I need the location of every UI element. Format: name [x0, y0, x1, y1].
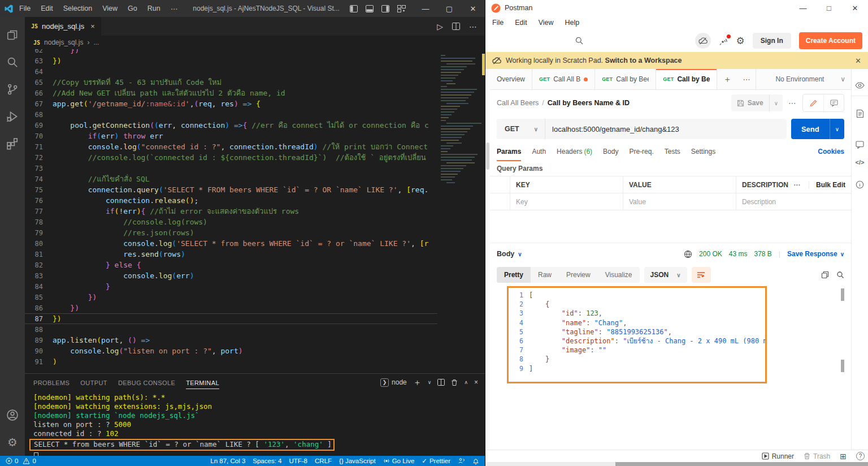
status-golive[interactable]: Go Live: [383, 458, 415, 464]
value-input[interactable]: Value: [623, 193, 736, 210]
request-tab-0[interactable]: Overview: [490, 69, 532, 89]
menu-[interactable]: ⋯: [166, 5, 183, 13]
response-scrollbar-thumb[interactable]: [841, 288, 844, 301]
code-line[interactable]: 83 console.log(err): [25, 270, 437, 281]
close-icon[interactable]: ✕: [842, 4, 868, 12]
key-input[interactable]: Key: [510, 193, 623, 210]
split-terminal-icon[interactable]: [437, 379, 445, 386]
code-line[interactable]: 75 connection.query('SELECT * FROM beers…: [25, 184, 437, 195]
horizontal-scrollbar[interactable]: [485, 462, 868, 466]
minimize-icon[interactable]: —: [414, 5, 437, 13]
config-tab-params[interactable]: Params: [497, 142, 521, 161]
shell-selector[interactable]: ❯ node: [380, 378, 407, 387]
panel-tab-problems[interactable]: PROBLEMS: [33, 376, 70, 389]
code-line[interactable]: 73: [25, 163, 437, 174]
new-tab-icon[interactable]: ＋: [717, 69, 737, 89]
code-line[interactable]: 87}): [25, 313, 437, 324]
tab-close-icon[interactable]: ×: [90, 22, 95, 31]
help-icon[interactable]: ?: [856, 452, 865, 460]
run-debug-icon[interactable]: [0, 103, 25, 130]
code-line[interactable]: 77 if(!err){ //ถ้าไม่ error จะแสดงค่าของ…: [25, 206, 437, 217]
toggle-secondary-sidebar-icon[interactable]: [381, 5, 389, 12]
cookies-link[interactable]: Cookies: [818, 148, 844, 156]
code-line[interactable]: 76 connection.release();: [25, 195, 437, 206]
problems-indicator[interactable]: 0 0: [6, 458, 36, 464]
close-icon[interactable]: ✕: [461, 5, 485, 13]
menu-help[interactable]: Help: [565, 19, 580, 27]
status-prettier[interactable]: ✓ Prettier: [422, 457, 450, 465]
view-tab-visualize[interactable]: Visualize: [598, 267, 640, 283]
copy-icon[interactable]: [821, 271, 829, 279]
status-indentation[interactable]: Spaces: 4: [253, 458, 281, 464]
settings-gear-icon[interactable]: ⚙: [0, 429, 25, 456]
wrap-lines-icon[interactable]: [692, 267, 711, 283]
send-dropdown-icon[interactable]: ∨: [830, 119, 844, 139]
response-time[interactable]: 43 ms: [729, 250, 748, 258]
code-line[interactable]: 88: [25, 324, 437, 335]
view-tab-pretty[interactable]: Pretty: [497, 267, 531, 283]
offline-cloud-icon[interactable]: [695, 33, 711, 49]
menu-run[interactable]: Run: [142, 5, 166, 13]
code-line[interactable]: 68: [25, 109, 437, 120]
network-globe-icon[interactable]: [684, 250, 692, 258]
run-file-icon[interactable]: ▷: [437, 22, 443, 31]
notifications-bell-icon[interactable]: [472, 458, 479, 465]
save-response-button[interactable]: Save Response ∨: [787, 250, 844, 258]
toggle-panel-icon[interactable]: [366, 5, 374, 12]
save-button[interactable]: Save: [731, 99, 769, 107]
accounts-icon[interactable]: [0, 402, 25, 429]
maximize-icon[interactable]: □: [816, 4, 842, 12]
menu-view[interactable]: View: [539, 19, 554, 27]
panel-tab-output[interactable]: OUTPUT: [80, 376, 107, 389]
maximize-icon[interactable]: ▢: [437, 5, 461, 13]
customize-layout-icon[interactable]: [397, 5, 406, 12]
bulk-edit-button[interactable]: Bulk Edit: [809, 181, 845, 189]
terminal-dropdown-icon[interactable]: ∨: [428, 379, 432, 385]
new-terminal-icon[interactable]: ＋: [413, 377, 422, 388]
breadcrumb-more[interactable]: ...: [93, 38, 99, 46]
code-line[interactable]: 65//Copy บรรทัดที่ 45 - 63 มาปรับแก้ Cod…: [25, 77, 437, 88]
view-tab-raw[interactable]: Raw: [531, 267, 559, 283]
create-account-button[interactable]: Create Account: [799, 32, 862, 49]
code-line[interactable]: 63}): [25, 55, 437, 66]
config-tab-headers[interactable]: Headers (6): [557, 142, 592, 161]
tab-options-icon[interactable]: ⋯: [737, 69, 756, 89]
menu-file[interactable]: File: [14, 5, 36, 13]
edit-pencil-icon[interactable]: [803, 94, 823, 111]
view-tab-preview[interactable]: Preview: [559, 267, 598, 283]
request-name[interactable]: Call by Beers Name & ID: [548, 99, 630, 107]
response-scrollbar-thumb[interactable]: [841, 360, 844, 372]
code-line[interactable]: 90 console.log("listen on port : ?", por…: [25, 346, 437, 356]
settings-gear-icon[interactable]: ⚙: [736, 35, 745, 47]
search-icon[interactable]: [0, 49, 25, 76]
menu-go[interactable]: Go: [123, 5, 142, 13]
breadcrumb[interactable]: JS nodejs_sql.js › ...: [25, 36, 485, 49]
comment-icon[interactable]: [823, 94, 844, 111]
code-line[interactable]: 79 //res.json(rows): [25, 227, 437, 238]
kill-terminal-icon[interactable]: [451, 379, 458, 386]
url-input[interactable]: localhost:5000/getname_id/chang&123: [545, 119, 679, 139]
code-line[interactable]: 80 console.log('SELECT * from beers WHER…: [25, 238, 437, 249]
status-language[interactable]: {} JavaScript: [339, 458, 376, 464]
request-tab-1[interactable]: GETCall All B: [532, 69, 595, 89]
code-line[interactable]: 67app.get('/getname_id/:name&:id',(req, …: [25, 98, 437, 109]
satellite-status-icon[interactable]: [719, 36, 728, 46]
response-body-area[interactable]: 1[2 {3 "id": 123,4 "name": "Chang",5 "ta…: [490, 285, 851, 450]
collapsed-sidebar-scrollbar[interactable]: [485, 69, 490, 450]
save-dropdown-icon[interactable]: ∨: [769, 94, 783, 111]
status-encoding[interactable]: UTF-8: [289, 458, 307, 464]
code-line[interactable]: 86 }): [25, 303, 437, 313]
code-line[interactable]: 72 //console.log(`connected id : ${conne…: [25, 152, 437, 163]
tab-nodejs-sql[interactable]: JS nodejs_sql.js ×: [25, 17, 101, 36]
minimize-icon[interactable]: —: [790, 4, 816, 12]
explorer-icon[interactable]: [0, 21, 25, 49]
code-line[interactable]: 89app.listen(port, () =>: [25, 335, 437, 346]
code-line[interactable]: 69 pool.getConnection((err, connection) …: [25, 120, 437, 131]
request-tab-3[interactable]: GETCall by Bee: [656, 69, 717, 89]
code-snippet-icon[interactable]: </>: [852, 159, 868, 166]
search-response-icon[interactable]: [836, 271, 844, 279]
two-pane-icon[interactable]: ⊞: [840, 452, 847, 461]
code-line[interactable]: 71 console.log("connected id : ?", conne…: [25, 141, 437, 152]
code-line[interactable]: 74 //แก้ไขคำสั่ง SQL: [25, 174, 437, 184]
config-tab-prereq[interactable]: Pre-req.: [629, 142, 653, 161]
